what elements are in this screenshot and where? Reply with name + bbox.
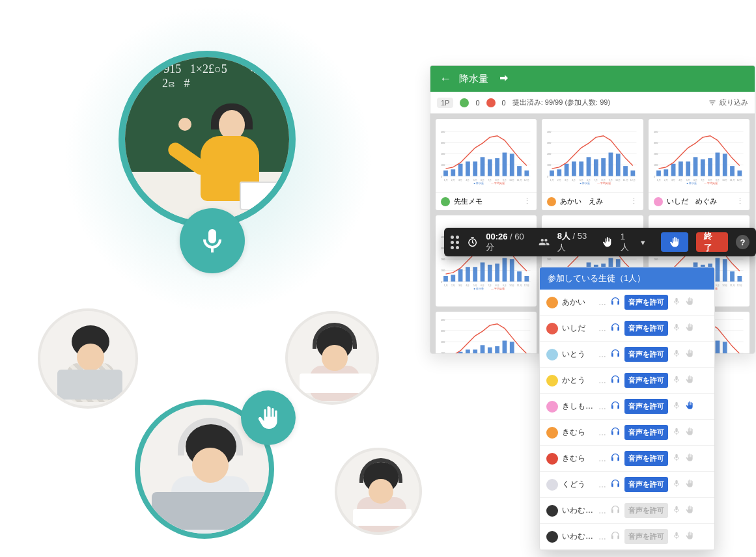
svg-rect-198	[715, 258, 720, 282]
back-icon[interactable]: ←	[440, 72, 451, 86]
svg-rect-233	[495, 346, 499, 353]
allow-audio-button[interactable]: 音声を許可	[624, 425, 668, 440]
mic-status-icon	[672, 453, 681, 464]
allow-audio-button[interactable]: 音声を許可	[624, 477, 668, 492]
svg-text:2月: 2月	[451, 178, 455, 182]
svg-rect-88	[701, 159, 705, 176]
student-menu-icon[interactable]: …	[598, 454, 606, 463]
headphone-icon	[610, 452, 621, 465]
svg-text:200: 200	[654, 258, 658, 261]
people-icon	[539, 236, 550, 248]
svg-text:9月: 9月	[716, 178, 720, 182]
svg-text:5月: 5月	[686, 178, 690, 182]
headphone-icon	[610, 296, 621, 308]
svg-rect-57	[631, 170, 636, 176]
svg-text:0: 0	[441, 176, 442, 178]
svg-text:400: 400	[441, 319, 445, 321]
svg-text:200: 200	[654, 153, 658, 156]
svg-text:0: 0	[654, 176, 655, 178]
svg-rect-201	[737, 276, 742, 282]
student-row: きしもと… … 音声を許可	[540, 394, 714, 420]
hand-status-icon	[685, 505, 694, 516]
card-menu-icon[interactable]: ⋮	[736, 197, 744, 206]
svg-text:— 平均気温: — 平均気温	[491, 287, 505, 290]
teacher-avatar	[119, 51, 296, 228]
hand-status-icon	[685, 375, 694, 386]
hand-dropdown-icon[interactable]: ▾	[641, 238, 645, 247]
svg-text:■ 降水量: ■ 降水量	[580, 182, 590, 185]
student-menu-icon[interactable]: …	[598, 532, 606, 541]
svg-text:3月: 3月	[458, 178, 462, 182]
svg-rect-232	[488, 347, 492, 353]
allow-audio-button[interactable]: 音声を許可	[624, 295, 668, 310]
good-count: 0	[475, 99, 479, 107]
hand-count: 1人	[621, 232, 633, 253]
student-avatar	[546, 427, 558, 439]
student-menu-icon[interactable]: …	[598, 480, 606, 489]
allow-audio-button[interactable]: 音声を許可	[624, 451, 668, 466]
allow-audio-button[interactable]: 音声を許可	[624, 373, 668, 388]
good-face-icon	[460, 98, 469, 107]
end-button[interactable]: 終了	[696, 232, 728, 252]
svg-rect-54	[609, 153, 613, 176]
svg-text:4月: 4月	[679, 178, 682, 182]
help-icon[interactable]: ?	[736, 235, 749, 249]
student-card[interactable]: 01002003004001月2月3月4月5月6月7月8月9月10月11月12月…	[542, 119, 643, 210]
svg-text:■ 降水量: ■ 降水量	[474, 287, 484, 290]
card-name: あかい えみ	[560, 197, 603, 206]
filter-button[interactable]: 絞り込み	[708, 98, 748, 107]
svg-text:400: 400	[547, 131, 551, 133]
svg-text:0: 0	[547, 176, 548, 178]
svg-text:100: 100	[441, 164, 445, 167]
svg-text:10月: 10月	[509, 284, 514, 287]
svg-text:1月: 1月	[443, 284, 447, 287]
student-menu-icon[interactable]: …	[598, 376, 606, 385]
svg-rect-48	[565, 164, 569, 176]
svg-rect-129	[524, 276, 529, 282]
student-menu-icon[interactable]: …	[598, 350, 606, 359]
svg-rect-119	[451, 275, 455, 281]
app-subheader: 1P 0 0 提出済み: 99/99 (参加人数: 99) 絞り込み	[430, 92, 755, 114]
student-card[interactable]: 01002003004001月2月3月4月5月6月7月8月9月10月11月12月…	[649, 119, 749, 210]
mic-status-icon	[672, 323, 681, 334]
svg-rect-20	[517, 166, 522, 176]
hand-button[interactable]	[661, 232, 688, 252]
drag-handle-icon[interactable]	[451, 236, 459, 249]
student-menu-icon[interactable]: …	[598, 324, 606, 333]
share-icon[interactable]	[499, 73, 509, 85]
svg-text:200: 200	[547, 258, 551, 261]
student-avatar-2	[285, 311, 379, 405]
allow-audio-button[interactable]: 音声を許可	[624, 347, 668, 362]
student-menu-icon[interactable]: …	[598, 402, 606, 411]
student-menu-icon[interactable]: …	[598, 298, 606, 307]
card-menu-icon[interactable]: ⋮	[524, 197, 531, 206]
hand-status-icon	[685, 453, 694, 464]
svg-rect-122	[473, 267, 477, 281]
card-menu-icon[interactable]: ⋮	[630, 197, 638, 206]
svg-rect-11	[451, 169, 455, 176]
headphone-icon	[610, 374, 621, 387]
svg-text:3月: 3月	[565, 178, 568, 182]
student-menu-icon[interactable]: …	[598, 506, 606, 515]
svg-text:200: 200	[441, 258, 445, 261]
svg-rect-123	[481, 262, 485, 281]
svg-rect-84	[671, 164, 675, 176]
allow-audio-button[interactable]: 音声を許可	[624, 321, 668, 336]
svg-text:11月: 11月	[516, 178, 522, 182]
svg-text:5月: 5月	[580, 178, 583, 182]
svg-text:12月: 12月	[524, 284, 529, 287]
student-card[interactable]: 01002003004001月2月3月4月5月6月7月8月9月10月11月12月…	[436, 119, 537, 210]
page-pill[interactable]: 1P	[437, 98, 453, 108]
student-menu-icon[interactable]: …	[598, 428, 606, 437]
student-avatar	[546, 375, 558, 387]
svg-rect-91	[723, 154, 727, 176]
svg-rect-234	[503, 340, 507, 353]
svg-text:100: 100	[547, 164, 551, 167]
student-name: あかい	[562, 297, 595, 308]
student-card[interactable]: 01002003004001月2月3月4月5月6月7月8月9月10月11月12月…	[436, 312, 537, 353]
svg-text:11月: 11月	[516, 284, 522, 287]
allow-audio-button[interactable]: 音声を許可	[624, 399, 668, 414]
student-row: いとう … 音声を許可	[540, 342, 714, 368]
mic-status-icon	[672, 375, 681, 386]
svg-rect-51	[587, 157, 591, 176]
